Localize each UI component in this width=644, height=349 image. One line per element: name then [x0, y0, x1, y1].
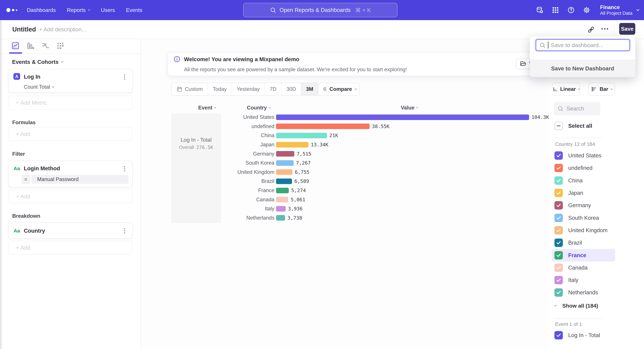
copy-link-icon[interactable]	[587, 26, 595, 34]
date-range-7d[interactable]: 7D	[264, 83, 281, 95]
country-filter-row[interactable]: South Korea	[552, 212, 615, 224]
date-range-3m[interactable]: 3M	[301, 83, 318, 95]
more-menu-icon[interactable]	[602, 28, 608, 29]
save-dashboard-search-field[interactable]	[536, 39, 630, 51]
country-filter-row[interactable]: United States	[552, 149, 615, 162]
add-formula-button[interactable]: + Add	[8, 127, 132, 141]
events-cohorts-header[interactable]: Events & Cohorts	[12, 59, 63, 65]
add-metric-button[interactable]: + Add Metric	[8, 96, 132, 110]
bar-segment[interactable]	[276, 169, 292, 175]
nav-item-dashboards[interactable]: Dashboards	[27, 7, 56, 13]
bar-segment[interactable]	[276, 142, 308, 147]
nav-item-reports[interactable]: Reports	[67, 7, 90, 13]
tab-insights-icon[interactable]	[11, 41, 20, 50]
kebab-menu-icon[interactable]	[124, 75, 125, 80]
scale-selector[interactable]: Linear	[552, 83, 580, 95]
country-filter-row[interactable]: Italy	[552, 274, 615, 286]
save-to-new-dashboard-button[interactable]: Save to New Dashboard	[530, 60, 635, 77]
date-range-custom[interactable]: Custom	[172, 83, 208, 95]
country-filter-row[interactable]: Netherlands	[552, 286, 615, 299]
bar-segment[interactable]	[276, 124, 370, 129]
column-header-event[interactable]: Event	[198, 105, 216, 111]
country-checkbox[interactable]	[554, 164, 563, 172]
aggregation-selector[interactable]: Count Total	[24, 84, 54, 90]
breakdown-card[interactable]: Aa Country	[8, 222, 132, 239]
date-range-today[interactable]: Today	[208, 83, 232, 95]
bar-segment[interactable]	[276, 188, 289, 193]
date-range-30d[interactable]: 30D	[281, 83, 301, 95]
bar-segment[interactable]	[276, 179, 292, 184]
bar-segment[interactable]	[276, 197, 288, 202]
filter-operator[interactable]: =	[22, 175, 30, 184]
filter-value[interactable]: Manual Password	[32, 175, 128, 184]
breakdown-property-name[interactable]: Country	[24, 228, 45, 234]
apps-grid-icon[interactable]	[552, 6, 559, 14]
legend-search[interactable]	[554, 102, 600, 115]
country-checkbox[interactable]	[554, 264, 563, 272]
filter-card[interactable]: Aa Login Method = Manual Password	[8, 161, 132, 187]
country-checkbox[interactable]	[554, 176, 563, 185]
compare-button[interactable]: Compare	[326, 83, 360, 95]
add-breakdown-button[interactable]: + Add	[8, 241, 132, 255]
bar-segment[interactable]	[276, 160, 294, 166]
event-legend-row[interactable]: Log In - Total	[554, 329, 600, 342]
add-filter-button[interactable]: + Add	[8, 190, 132, 203]
column-header-value[interactable]: Value	[401, 105, 418, 111]
country-checkbox[interactable]	[554, 151, 563, 160]
bar-value-label: 7,515	[297, 151, 311, 157]
save-dashboard-search-input[interactable]	[551, 42, 626, 48]
country-checkbox[interactable]	[554, 201, 563, 210]
tab-retention-icon[interactable]	[56, 41, 65, 50]
date-range-yesterday[interactable]: Yesterday	[232, 83, 265, 95]
report-title[interactable]: Untitled	[12, 20, 36, 39]
chart-type-selector[interactable]: Bar	[588, 83, 615, 95]
country-checkbox[interactable]	[554, 226, 563, 235]
global-search-button[interactable]: Open Reports & Dashboards ⌘ + K	[243, 3, 398, 17]
top-nav: Dashboards Reports Users Events Open Rep…	[0, 0, 644, 20]
metric-event-name[interactable]: Log In	[24, 74, 40, 80]
country-filter-row[interactable]: France	[552, 249, 615, 261]
country-filter-row[interactable]: Japan	[552, 187, 615, 199]
column-header-country[interactable]: Country	[247, 105, 270, 111]
country-checkbox[interactable]	[554, 276, 563, 284]
project-switcher[interactable]: Finance All Project Data	[600, 4, 639, 16]
save-button[interactable]: Save	[619, 23, 635, 35]
nav-item-users[interactable]: Users	[101, 7, 115, 13]
bar-segment[interactable]	[276, 215, 285, 221]
country-filter-row[interactable]: undefined	[552, 162, 615, 174]
country-checkbox[interactable]	[554, 251, 563, 260]
country-filter-row[interactable]: Canada	[552, 262, 615, 274]
tab-funnels-icon[interactable]	[26, 41, 35, 50]
show-all-button[interactable]: Show all (184)	[554, 300, 598, 312]
metric-card[interactable]: A Log In Count Total	[8, 69, 132, 93]
country-checkbox[interactable]	[554, 239, 563, 247]
kebab-menu-icon[interactable]	[124, 228, 125, 233]
tab-flows-icon[interactable]	[41, 41, 50, 50]
country-filter-row[interactable]: United Kingdom	[552, 224, 615, 237]
settings-gear-icon[interactable]	[583, 6, 590, 14]
mixpanel-logo-icon[interactable]	[6, 0, 17, 20]
data-management-icon[interactable]	[536, 6, 544, 14]
event-series-cell[interactable]: Log In - Total Overall276.5K	[171, 113, 221, 223]
add-description-button[interactable]: + Add description...	[39, 20, 86, 39]
select-all-row[interactable]: Select all	[554, 122, 592, 130]
filter-property-name[interactable]: Login Method	[24, 165, 60, 172]
legend-search-input[interactable]	[566, 105, 597, 112]
bar-segment[interactable]	[276, 206, 286, 212]
country-checkbox[interactable]	[554, 288, 563, 297]
banner-title: Welcome! You are viewing a Mixpanel demo	[184, 56, 299, 62]
bar-segment[interactable]	[276, 114, 529, 120]
help-icon[interactable]	[567, 6, 575, 14]
country-checkbox[interactable]	[554, 214, 563, 222]
event-checkbox[interactable]	[554, 331, 563, 340]
country-filter-row[interactable]: Germany	[552, 199, 615, 212]
country-filter-row[interactable]: Brazil	[552, 237, 615, 249]
nav-item-events[interactable]: Events	[126, 7, 142, 13]
country-checkbox[interactable]	[554, 189, 563, 197]
kebab-menu-icon[interactable]	[124, 166, 125, 171]
bar-segment[interactable]	[276, 133, 327, 138]
bar-segment[interactable]	[276, 151, 294, 157]
country-filter-row[interactable]: China	[552, 174, 615, 187]
project-scope: All Project Data	[600, 10, 632, 16]
select-all-checkbox[interactable]	[554, 122, 563, 130]
